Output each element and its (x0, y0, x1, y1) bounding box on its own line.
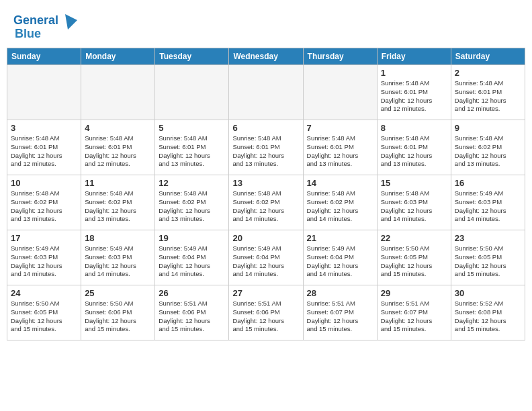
cell-info: Sunrise: 5:51 AM Sunset: 6:07 PM Dayligh… (307, 300, 359, 332)
day-header-sunday: Sunday (7, 48, 81, 65)
logo: General Blue (13, 11, 79, 41)
calendar-cell: 18Sunrise: 5:49 AM Sunset: 6:03 PM Dayli… (81, 230, 155, 285)
day-header-thursday: Thursday (303, 48, 377, 65)
day-number: 11 (85, 178, 151, 188)
calendar-cell: 17Sunrise: 5:49 AM Sunset: 6:03 PM Dayli… (7, 230, 81, 285)
calendar-week-4: 17Sunrise: 5:49 AM Sunset: 6:03 PM Dayli… (7, 230, 525, 285)
day-number: 1 (381, 68, 447, 78)
calendar-cell: 30Sunrise: 5:52 AM Sunset: 6:08 PM Dayli… (451, 285, 525, 340)
cell-info: Sunrise: 5:48 AM Sunset: 6:01 PM Dayligh… (85, 134, 136, 167)
calendar-cell: 22Sunrise: 5:50 AM Sunset: 6:05 PM Dayli… (377, 230, 451, 285)
calendar-cell: 23Sunrise: 5:50 AM Sunset: 6:05 PM Dayli… (451, 230, 525, 285)
day-header-saturday: Saturday (451, 48, 525, 65)
calendar-cell: 25Sunrise: 5:50 AM Sunset: 6:06 PM Dayli… (81, 285, 155, 340)
day-header-monday: Monday (81, 48, 155, 65)
calendar-cell: 15Sunrise: 5:48 AM Sunset: 6:03 PM Dayli… (377, 175, 451, 230)
day-header-wednesday: Wednesday (229, 48, 303, 65)
day-number: 24 (11, 288, 77, 298)
calendar-cell: 5Sunrise: 5:48 AM Sunset: 6:01 PM Daylig… (155, 120, 229, 175)
calendar-cell (303, 65, 377, 120)
calendar-cell: 7Sunrise: 5:48 AM Sunset: 6:01 PM Daylig… (303, 120, 377, 175)
logo-icon (58, 11, 79, 31)
day-number: 2 (455, 68, 521, 78)
calendar-cell: 20Sunrise: 5:49 AM Sunset: 6:04 PM Dayli… (229, 230, 303, 285)
day-number: 14 (307, 178, 373, 188)
calendar-cell: 21Sunrise: 5:49 AM Sunset: 6:04 PM Dayli… (303, 230, 377, 285)
cell-info: Sunrise: 5:48 AM Sunset: 6:02 PM Dayligh… (85, 189, 136, 222)
calendar-table: SundayMondayTuesdayWednesdayThursdayFrid… (7, 48, 525, 340)
calendar-cell: 3Sunrise: 5:48 AM Sunset: 6:01 PM Daylig… (7, 120, 81, 175)
cell-info: Sunrise: 5:48 AM Sunset: 6:01 PM Dayligh… (159, 134, 210, 167)
day-number: 4 (85, 123, 151, 133)
calendar-week-3: 10Sunrise: 5:48 AM Sunset: 6:02 PM Dayli… (7, 175, 525, 230)
day-number: 21 (307, 233, 373, 243)
cell-info: Sunrise: 5:48 AM Sunset: 6:01 PM Dayligh… (455, 79, 506, 112)
day-number: 26 (159, 288, 225, 298)
calendar-cell (229, 65, 303, 120)
calendar-week-2: 3Sunrise: 5:48 AM Sunset: 6:01 PM Daylig… (7, 120, 525, 175)
day-number: 25 (85, 288, 151, 298)
day-number: 20 (232, 233, 299, 243)
cell-info: Sunrise: 5:52 AM Sunset: 6:08 PM Dayligh… (455, 300, 506, 332)
calendar-cell: 24Sunrise: 5:50 AM Sunset: 6:05 PM Dayli… (7, 285, 81, 340)
cell-info: Sunrise: 5:48 AM Sunset: 6:02 PM Dayligh… (159, 189, 210, 222)
calendar-header: SundayMondayTuesdayWednesdayThursdayFrid… (7, 48, 525, 65)
day-number: 6 (232, 123, 299, 133)
calendar-cell: 2Sunrise: 5:48 AM Sunset: 6:01 PM Daylig… (451, 65, 525, 120)
cell-info: Sunrise: 5:48 AM Sunset: 6:01 PM Dayligh… (11, 134, 62, 167)
cell-info: Sunrise: 5:50 AM Sunset: 6:05 PM Dayligh… (11, 300, 62, 332)
cell-info: Sunrise: 5:48 AM Sunset: 6:02 PM Dayligh… (307, 189, 359, 222)
calendar-cell: 11Sunrise: 5:48 AM Sunset: 6:02 PM Dayli… (81, 175, 155, 230)
cell-info: Sunrise: 5:51 AM Sunset: 6:06 PM Dayligh… (232, 300, 284, 332)
cell-info: Sunrise: 5:48 AM Sunset: 6:01 PM Dayligh… (307, 134, 359, 167)
day-header-tuesday: Tuesday (155, 48, 229, 65)
calendar-cell: 6Sunrise: 5:48 AM Sunset: 6:01 PM Daylig… (229, 120, 303, 175)
calendar-cell (7, 65, 81, 120)
calendar-cell: 16Sunrise: 5:49 AM Sunset: 6:03 PM Dayli… (451, 175, 525, 230)
day-number: 12 (159, 178, 225, 188)
day-number: 19 (159, 233, 225, 243)
day-number: 29 (381, 288, 447, 298)
day-number: 16 (455, 178, 521, 188)
cell-info: Sunrise: 5:50 AM Sunset: 6:05 PM Dayligh… (381, 244, 433, 277)
page-header: General Blue (0, 0, 532, 48)
calendar-cell: 4Sunrise: 5:48 AM Sunset: 6:01 PM Daylig… (81, 120, 155, 175)
day-number: 5 (159, 123, 225, 133)
cell-info: Sunrise: 5:48 AM Sunset: 6:01 PM Dayligh… (381, 134, 433, 167)
cell-info: Sunrise: 5:49 AM Sunset: 6:03 PM Dayligh… (11, 244, 62, 277)
day-number: 23 (455, 233, 521, 243)
cell-info: Sunrise: 5:48 AM Sunset: 6:03 PM Dayligh… (381, 189, 433, 222)
cell-info: Sunrise: 5:48 AM Sunset: 6:01 PM Dayligh… (232, 134, 284, 167)
calendar-cell: 27Sunrise: 5:51 AM Sunset: 6:06 PM Dayli… (229, 285, 303, 340)
cell-info: Sunrise: 5:49 AM Sunset: 6:03 PM Dayligh… (85, 244, 136, 277)
calendar-cell: 8Sunrise: 5:48 AM Sunset: 6:01 PM Daylig… (377, 120, 451, 175)
logo-text: General (13, 14, 58, 28)
day-number: 10 (11, 178, 77, 188)
cell-info: Sunrise: 5:49 AM Sunset: 6:04 PM Dayligh… (307, 244, 359, 277)
cell-info: Sunrise: 5:48 AM Sunset: 6:01 PM Dayligh… (381, 79, 433, 112)
cell-info: Sunrise: 5:48 AM Sunset: 6:02 PM Dayligh… (455, 134, 506, 167)
calendar-cell: 13Sunrise: 5:48 AM Sunset: 6:02 PM Dayli… (229, 175, 303, 230)
cell-info: Sunrise: 5:48 AM Sunset: 6:02 PM Dayligh… (11, 189, 62, 222)
cell-info: Sunrise: 5:49 AM Sunset: 6:04 PM Dayligh… (159, 244, 210, 277)
calendar-cell: 19Sunrise: 5:49 AM Sunset: 6:04 PM Dayli… (155, 230, 229, 285)
cell-info: Sunrise: 5:49 AM Sunset: 6:04 PM Dayligh… (232, 244, 284, 277)
day-header-friday: Friday (377, 48, 451, 65)
day-number: 8 (381, 123, 447, 133)
day-number: 30 (455, 288, 521, 298)
day-number: 27 (232, 288, 299, 298)
day-number: 22 (381, 233, 447, 243)
day-number: 17 (11, 233, 77, 243)
calendar-cell: 29Sunrise: 5:51 AM Sunset: 6:07 PM Dayli… (377, 285, 451, 340)
calendar-cell: 10Sunrise: 5:48 AM Sunset: 6:02 PM Dayli… (7, 175, 81, 230)
calendar-week-5: 24Sunrise: 5:50 AM Sunset: 6:05 PM Dayli… (7, 285, 525, 340)
cell-info: Sunrise: 5:51 AM Sunset: 6:06 PM Dayligh… (159, 300, 210, 332)
calendar-cell (81, 65, 155, 120)
day-number: 7 (307, 123, 373, 133)
day-number: 15 (381, 178, 447, 188)
calendar-cell: 26Sunrise: 5:51 AM Sunset: 6:06 PM Dayli… (155, 285, 229, 340)
calendar-cell: 28Sunrise: 5:51 AM Sunset: 6:07 PM Dayli… (303, 285, 377, 340)
cell-info: Sunrise: 5:50 AM Sunset: 6:06 PM Dayligh… (85, 300, 136, 332)
calendar-cell: 14Sunrise: 5:48 AM Sunset: 6:02 PM Dayli… (303, 175, 377, 230)
calendar-cell: 12Sunrise: 5:48 AM Sunset: 6:02 PM Dayli… (155, 175, 229, 230)
